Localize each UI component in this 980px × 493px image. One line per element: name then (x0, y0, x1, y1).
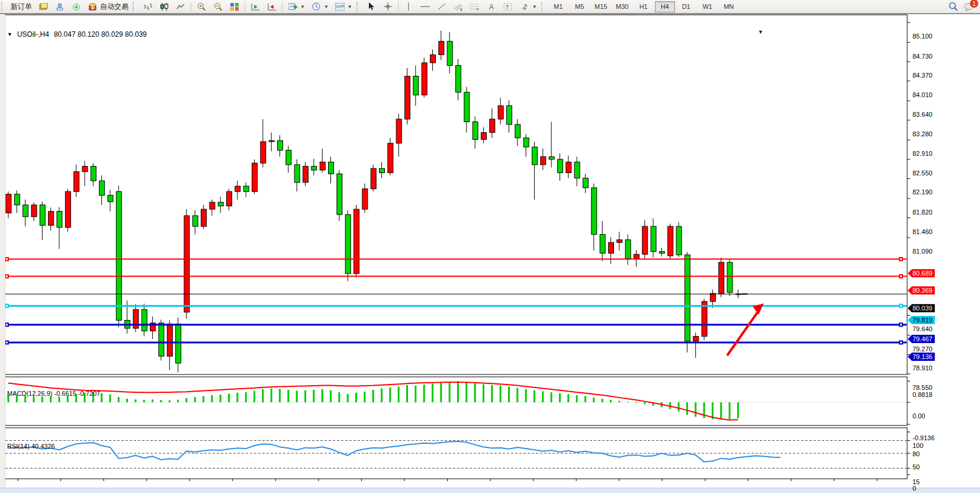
timeframe-M5[interactable]: M5 (570, 1, 590, 12)
one-click-trading-arrow[interactable]: ▼ (7, 31, 12, 37)
toolbar-drag-handle[interactable] (1, 2, 7, 11)
candle-body (549, 156, 554, 159)
timeframe-D1[interactable]: D1 (676, 1, 696, 12)
macd-histogram-bar (41, 396, 43, 402)
zoom-in-button[interactable] (193, 1, 210, 12)
tile-windows-button[interactable] (226, 1, 243, 12)
search-icon[interactable] (948, 2, 959, 11)
crosshair-icon (383, 2, 393, 11)
candle-body (532, 147, 537, 165)
timeframe-H4[interactable]: H4 (655, 1, 675, 12)
macd-histogram-bar (610, 400, 612, 402)
horizontal-line-button[interactable] (417, 1, 433, 12)
cursor-button[interactable] (363, 1, 380, 12)
label-icon: T (503, 2, 513, 11)
crosshair-button[interactable] (380, 1, 396, 12)
macd-histogram-bar (381, 388, 383, 402)
experts-button[interactable] (52, 1, 68, 12)
new-chart-dropdown[interactable]: ▼ (284, 1, 308, 12)
macd-histogram-bar (551, 392, 552, 402)
price-axis-label: 81.090 (912, 248, 933, 255)
period-clock-icon (311, 2, 322, 11)
timeframe-MN[interactable]: MN (719, 1, 739, 12)
text-label-button[interactable]: T (500, 1, 516, 12)
zoom-out-button[interactable] (210, 1, 226, 12)
candle-body (413, 76, 419, 95)
candle-body (498, 105, 503, 119)
macd-histogram-bar (534, 390, 535, 402)
candle-body (727, 262, 732, 293)
notification-badge: 1 (970, 0, 978, 8)
trendline-button[interactable] (433, 1, 450, 12)
candle-body (354, 209, 359, 274)
candle-body (201, 209, 207, 226)
price-level-badge: 79.819 (908, 316, 935, 324)
macd-histogram-bar (432, 383, 433, 402)
macd-histogram-bar (457, 381, 459, 402)
cursor-icon (366, 2, 377, 11)
autotrade-button[interactable]: 自动交易 (85, 1, 131, 12)
price-level-badge: 79.136 (908, 353, 935, 361)
macd-histogram-bar (338, 392, 340, 402)
auto-scroll-button[interactable] (247, 1, 264, 12)
macd-histogram-bar (695, 402, 696, 417)
candle-body (455, 65, 461, 92)
hline-end-marker-dot (6, 324, 8, 325)
chart-window-button[interactable] (35, 1, 52, 12)
chart-canvas[interactable] (0, 14, 980, 493)
candle-body (506, 105, 512, 124)
candle-body (311, 167, 317, 170)
candle-body (286, 150, 291, 164)
candle-body (116, 191, 121, 320)
price-axis-label: 82.190 (912, 188, 933, 196)
candle-body (176, 324, 181, 363)
macd-histogram-bar (211, 395, 213, 402)
bars-chart-button[interactable] (139, 1, 156, 12)
status-bar-strip (0, 488, 980, 493)
toolbar-drag-handle[interactable] (541, 2, 547, 11)
macd-histogram-bar (406, 385, 408, 402)
macd-histogram-bar (330, 390, 332, 402)
timeframe-M1[interactable]: M1 (548, 1, 568, 12)
vline-icon (403, 2, 414, 11)
chart-window[interactable]: 85.10084.73084.37084.01083.64083.28082.9… (0, 14, 980, 493)
fibonacci-icon: F (470, 2, 480, 11)
shapes-arrows-icon (519, 2, 530, 11)
vertical-line-button[interactable] (400, 1, 417, 12)
timeframe-M30[interactable]: M30 (612, 1, 632, 12)
chart-shift-button[interactable] (264, 1, 280, 12)
new-order-button[interactable]: 新订单 (8, 1, 35, 12)
toolbar-drag-handle[interactable] (356, 2, 362, 11)
period-dropdown[interactable]: ▼ (308, 1, 332, 12)
candle-body (14, 194, 20, 205)
text-button[interactable]: A (483, 1, 500, 12)
template-icon (335, 2, 345, 11)
trendline-icon (436, 2, 447, 11)
main-toolbar: 新订单 自动交易 (0, 0, 980, 14)
candle-body (31, 205, 37, 217)
toolbar-drag-handle[interactable] (133, 2, 138, 11)
shapes-dropdown[interactable]: ▼ (516, 1, 540, 12)
toolbar-separator (245, 2, 245, 11)
candle-body (583, 178, 588, 188)
candle-body (6, 194, 11, 213)
chat-notifications-icon[interactable]: 1 (963, 2, 974, 11)
line-chart-button[interactable] (172, 1, 189, 12)
macd-histogram-bar (33, 396, 34, 402)
macd-histogram-bar (262, 389, 264, 402)
fibonacci-button[interactable]: F (467, 1, 483, 12)
template-dropdown[interactable]: ▼ (332, 1, 355, 12)
timeframe-W1[interactable]: W1 (698, 1, 718, 12)
signals-button[interactable] (68, 1, 85, 12)
macd-histogram-bar (567, 394, 569, 402)
scroll-to-end-marker[interactable]: ▼ (758, 29, 763, 35)
candle-body (490, 119, 495, 133)
chevron-down-icon: ▼ (324, 4, 329, 9)
candle-body (40, 205, 45, 225)
channel-button[interactable]: E (450, 1, 467, 12)
timeframe-M15[interactable]: M15 (591, 1, 611, 12)
candle-body (693, 337, 699, 341)
trend-arrow-line[interactable] (727, 312, 758, 356)
timeframe-H1[interactable]: H1 (634, 1, 654, 12)
candlestick-chart-button[interactable] (156, 1, 172, 12)
